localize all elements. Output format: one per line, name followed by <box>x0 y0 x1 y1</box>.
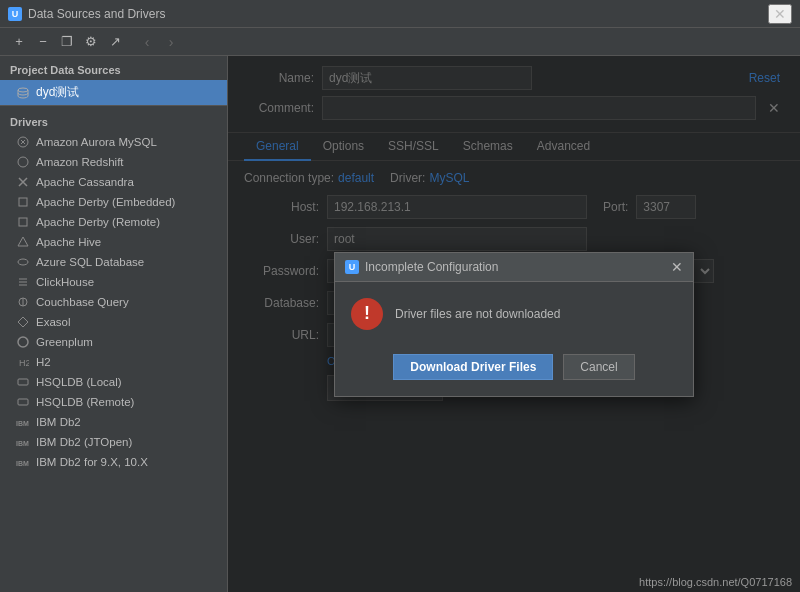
driver-icon <box>16 335 30 349</box>
back-button[interactable]: ‹ <box>136 31 158 53</box>
svg-text:IBM: IBM <box>16 420 29 427</box>
driver-item[interactable]: Exasol <box>0 312 227 332</box>
driver-item[interactable]: IBM IBM Db2 for 9.X, 10.X <box>0 452 227 472</box>
modal-error-icon: ! <box>351 298 383 330</box>
driver-item[interactable]: Apache Derby (Remote) <box>0 212 227 232</box>
modal-header-left: U Incomplete Configuration <box>345 260 498 274</box>
incomplete-config-modal: U Incomplete Configuration ✕ ! Driver fi… <box>334 252 694 397</box>
sidebar-item-label: dyd测试 <box>36 84 79 101</box>
sidebar: Project Data Sources dyd测试 Drivers Amazo… <box>0 56 228 592</box>
driver-item[interactable]: HSQLDB (Remote) <box>0 392 227 412</box>
driver-icon <box>16 315 30 329</box>
add-button[interactable]: + <box>8 31 30 53</box>
modal-overlay: U Incomplete Configuration ✕ ! Driver fi… <box>228 56 800 592</box>
svg-rect-3 <box>19 198 27 206</box>
modal-body: ! Driver files are not downloaded <box>335 282 693 346</box>
forward-button[interactable]: › <box>160 31 182 53</box>
svg-marker-5 <box>18 237 28 246</box>
driver-item[interactable]: Greenplum <box>0 332 227 352</box>
nav-buttons: ‹ › <box>136 31 182 53</box>
cancel-button[interactable]: Cancel <box>563 354 634 380</box>
modal-header: U Incomplete Configuration ✕ <box>335 253 693 282</box>
svg-point-2 <box>18 157 28 167</box>
watermark: https://blog.csdn.net/Q0717168 <box>639 576 792 588</box>
modal-title: Incomplete Configuration <box>365 260 498 274</box>
driver-icon <box>16 235 30 249</box>
window-close-button[interactable]: ✕ <box>768 4 792 24</box>
settings-button[interactable]: ⚙ <box>80 31 102 53</box>
driver-icon: H2 <box>16 355 30 369</box>
svg-point-6 <box>18 259 28 265</box>
content-area: Name: Reset Comment: ✕ General Options S… <box>228 56 800 592</box>
driver-item[interactable]: Apache Hive <box>0 232 227 252</box>
driver-icon <box>16 195 30 209</box>
sidebar-item-dyd[interactable]: dyd测试 <box>0 80 227 105</box>
svg-point-0 <box>18 88 28 92</box>
driver-icon <box>16 155 30 169</box>
title-bar-left: U Data Sources and Drivers <box>8 7 165 21</box>
project-sources-title: Project Data Sources <box>0 56 227 80</box>
database-icon <box>16 86 30 100</box>
app-icon: U <box>8 7 22 21</box>
driver-icon <box>16 395 30 409</box>
modal-close-button[interactable]: ✕ <box>671 259 683 275</box>
toolbar: + − ❐ ⚙ ↗ ‹ › <box>0 28 800 56</box>
svg-text:IBM: IBM <box>16 460 29 467</box>
window-title: Data Sources and Drivers <box>28 7 165 21</box>
copy-button[interactable]: ❐ <box>56 31 78 53</box>
driver-item[interactable]: Amazon Redshift <box>0 152 227 172</box>
driver-icon: IBM <box>16 415 30 429</box>
driver-icon <box>16 255 30 269</box>
svg-rect-14 <box>18 379 28 385</box>
modal-message: Driver files are not downloaded <box>395 307 560 321</box>
export-button[interactable]: ↗ <box>104 31 126 53</box>
driver-icon <box>16 275 30 289</box>
main-layout: Project Data Sources dyd测试 Drivers Amazo… <box>0 56 800 592</box>
driver-item[interactable]: Amazon Aurora MySQL <box>0 132 227 152</box>
drivers-title: Drivers <box>0 105 227 132</box>
driver-item[interactable]: Apache Cassandra <box>0 172 227 192</box>
driver-item[interactable]: Apache Derby (Embedded) <box>0 192 227 212</box>
svg-point-12 <box>18 337 28 347</box>
driver-icon <box>16 215 30 229</box>
modal-app-icon: U <box>345 260 359 274</box>
remove-button[interactable]: − <box>32 31 54 53</box>
svg-text:H2: H2 <box>19 358 29 368</box>
svg-rect-4 <box>19 218 27 226</box>
driver-icon <box>16 175 30 189</box>
driver-icon <box>16 375 30 389</box>
title-bar: U Data Sources and Drivers ✕ <box>0 0 800 28</box>
driver-item[interactable]: ClickHouse <box>0 272 227 292</box>
svg-text:IBM: IBM <box>16 440 29 447</box>
driver-item[interactable]: IBM IBM Db2 (JTOpen) <box>0 432 227 452</box>
driver-icon <box>16 295 30 309</box>
driver-icon <box>16 135 30 149</box>
svg-rect-15 <box>18 399 28 405</box>
driver-icon: IBM <box>16 455 30 469</box>
driver-item[interactable]: H2 H2 <box>0 352 227 372</box>
download-driver-files-button[interactable]: Download Driver Files <box>393 354 553 380</box>
driver-item[interactable]: Azure SQL Database <box>0 252 227 272</box>
driver-icon: IBM <box>16 435 30 449</box>
modal-footer: Download Driver Files Cancel <box>335 346 693 396</box>
driver-item[interactable]: Couchbase Query <box>0 292 227 312</box>
driver-item[interactable]: IBM IBM Db2 <box>0 412 227 432</box>
driver-item[interactable]: HSQLDB (Local) <box>0 372 227 392</box>
